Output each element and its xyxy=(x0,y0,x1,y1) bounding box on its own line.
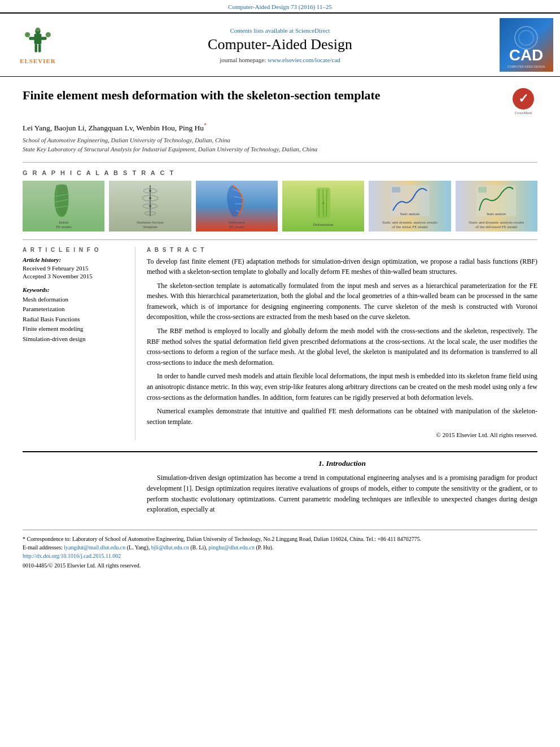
intro-para-1: Simulation-driven design optimization ha… xyxy=(147,473,537,514)
abstract-section-label: A B S T R A C T xyxy=(147,247,537,253)
article-info-label: A R T I C L E I N F O xyxy=(23,247,126,253)
footnote-emails: E-mail addresses: lyangdut@mail.dlut.edu… xyxy=(23,543,537,552)
ga-label-5: Static and dynamic analysis resultsof th… xyxy=(382,220,438,229)
affiliation-2: State Key Laboratory of Structural Analy… xyxy=(23,145,537,154)
cad-logo-box: CAD COMPUTER-AIDED DESIGN xyxy=(491,18,553,72)
svg-rect-31 xyxy=(392,187,400,193)
ga-image-3: DeformedFE model xyxy=(196,181,278,231)
keywords-section: Keywords: Mesh deformation Parameterizat… xyxy=(23,286,126,344)
crossmark: ✓ CrossMark xyxy=(509,88,537,116)
svg-text:COMPUTER-AIDED DESIGN: COMPUTER-AIDED DESIGN xyxy=(508,65,545,68)
abstract-para-2: The skeleton-section template is automat… xyxy=(147,281,537,322)
elsevier-tree-icon xyxy=(18,25,58,56)
journal-header: ELSEVIER Contents lists available at Sci… xyxy=(0,12,560,77)
contents-available: Contents lists available at ScienceDirec… xyxy=(69,27,491,34)
ga-label-4: Deformation xyxy=(313,222,334,227)
svg-point-7 xyxy=(46,32,51,37)
article-info-column: A R T I C L E I N F O Article history: R… xyxy=(23,247,135,440)
graphical-abstract-images: InitialFE model Skeleton-SectionTemplate xyxy=(23,181,537,231)
abstract-column: A B S T R A C T To develop fast finite e… xyxy=(147,247,537,440)
journal-title-center: Contents lists available at ScienceDirec… xyxy=(69,27,491,63)
article-history-label: Article history: xyxy=(23,256,126,263)
footnote-copyright: 0010-4485/© 2015 Elsevier Ltd. All right… xyxy=(23,562,537,569)
divider-1 xyxy=(23,162,537,163)
ga-image-4: → Deformation xyxy=(282,181,364,231)
intro-right: 1. Introduction Simulation-driven design… xyxy=(147,459,537,518)
graphical-abstract-header: G R A P H I C A L A B S T R A C T xyxy=(23,169,537,176)
svg-point-24 xyxy=(149,205,151,207)
svg-text:CAD: CAD xyxy=(509,46,544,64)
homepage-link: journal homepage: www.elsevier.com/locat… xyxy=(69,56,491,63)
homepage-url[interactable]: www.elsevier.com/locate/cad xyxy=(268,56,340,63)
intro-divider xyxy=(23,451,537,452)
elsevier-logo: ELSEVIER xyxy=(7,25,69,64)
sciencedirect-link[interactable]: ScienceDirect xyxy=(295,27,330,34)
affiliations: School of Automotive Engineering, Dalian… xyxy=(23,136,537,154)
ga-image-2: Skeleton-SectionTemplate xyxy=(109,181,191,231)
authors: Lei Yang, Baojun Li, Zhangquan Lv, Wenbi… xyxy=(23,122,537,133)
footnote-correspondence: * Correspondence to: Laboratory of Schoo… xyxy=(23,535,537,543)
intro-section: 1. Introduction Simulation-driven design… xyxy=(23,459,537,518)
ga-label-6: Static and dynamic analysis resultsof th… xyxy=(469,220,524,229)
svg-rect-3 xyxy=(41,37,47,40)
paper-title-row: Finite element mesh deformation with the… xyxy=(23,88,537,116)
svg-point-23 xyxy=(149,197,151,199)
abstract-para-3: The RBF method is employed to locally an… xyxy=(147,326,537,368)
cad-logo: CAD COMPUTER-AIDED DESIGN xyxy=(500,18,553,72)
accepted-date: Accepted 3 November 2015 xyxy=(23,273,126,279)
journal-name: Computer-Aided Design xyxy=(69,36,491,53)
keyword-5: Simulation-driven design xyxy=(23,334,126,344)
ga-image-1: InitialFE model xyxy=(23,181,104,231)
copyright: © 2015 Elsevier Ltd. All rights reserved… xyxy=(147,430,537,440)
email-link-1[interactable]: lyangdut@mail.dlut.edu.cn xyxy=(64,544,125,551)
intro-body-text: Simulation-driven design optimization ha… xyxy=(147,473,537,514)
abstract-para-1: To develop fast finite element (FE) adap… xyxy=(147,256,537,277)
elsevier-label: ELSEVIER xyxy=(20,58,56,64)
keywords-label: Keywords: xyxy=(23,286,126,293)
svg-point-6 xyxy=(25,32,30,37)
svg-rect-2 xyxy=(29,37,35,40)
keyword-4: Finite element modeling xyxy=(23,324,126,334)
abstract-text: To develop fast finite element (FE) adap… xyxy=(147,256,537,440)
svg-rect-5 xyxy=(38,44,41,53)
two-col-section: A R T I C L E I N F O Article history: R… xyxy=(23,247,537,440)
keyword-1: Mesh deformation xyxy=(23,295,126,305)
email-link-2[interactable]: bjli@dlut.edu.cn xyxy=(151,544,189,551)
ga-image-5: Static analysis Static and dynamic analy… xyxy=(369,181,450,231)
keyword-2: Parameterization xyxy=(23,304,126,314)
svg-rect-34 xyxy=(478,187,487,193)
svg-text:→: → xyxy=(321,200,325,206)
divider-2 xyxy=(23,239,537,240)
keyword-3: Radial Basis Functions xyxy=(23,314,126,325)
article-body: Finite element mesh deformation with the… xyxy=(0,77,560,580)
svg-rect-4 xyxy=(35,44,38,53)
ga-label-1: InitialFE model xyxy=(56,220,71,229)
footnote-doi: http://dx.doi.org/10.1016/j.cad.2015.11.… xyxy=(23,552,537,560)
intro-section-title: 1. Introduction xyxy=(147,459,537,468)
email-link-3[interactable]: pinghu@dlut.edu.cn xyxy=(209,544,255,551)
doi-link[interactable]: http://dx.doi.org/10.1016/j.cad.2015.11.… xyxy=(23,553,121,559)
svg-text:Static analysis: Static analysis xyxy=(487,212,506,216)
svg-point-22 xyxy=(149,190,151,192)
svg-rect-1 xyxy=(34,34,42,44)
ga-label-3: DeformedFE model xyxy=(229,220,244,229)
crossmark-label: CrossMark xyxy=(514,111,532,115)
svg-point-8 xyxy=(36,28,40,32)
ga-image-6: Static analysis Static and dynamic analy… xyxy=(456,181,537,231)
svg-text:Static analysis: Static analysis xyxy=(400,212,420,216)
abstract-para-4: In order to handle curved mesh models an… xyxy=(147,371,537,403)
affiliation-1: School of Automotive Engineering, Dalian… xyxy=(23,136,537,145)
journal-citation: Computer-Aided Design 73 (2016) 11–25 xyxy=(228,3,332,10)
intro-left xyxy=(23,459,135,518)
top-bar: Computer-Aided Design 73 (2016) 11–25 xyxy=(0,0,560,12)
footnote-area: * Correspondence to: Laboratory of Schoo… xyxy=(23,530,537,569)
paper-title: Finite element mesh deformation with the… xyxy=(23,88,498,103)
abstract-para-5: Numerical examples demonstrate that intu… xyxy=(147,406,537,427)
ga-label-2: Skeleton-SectionTemplate xyxy=(137,220,164,229)
cad-logo-graphic: CAD COMPUTER-AIDED DESIGN xyxy=(500,18,553,72)
received-date: Received 9 February 2015 xyxy=(23,265,126,272)
crossmark-icon: ✓ xyxy=(513,88,534,110)
